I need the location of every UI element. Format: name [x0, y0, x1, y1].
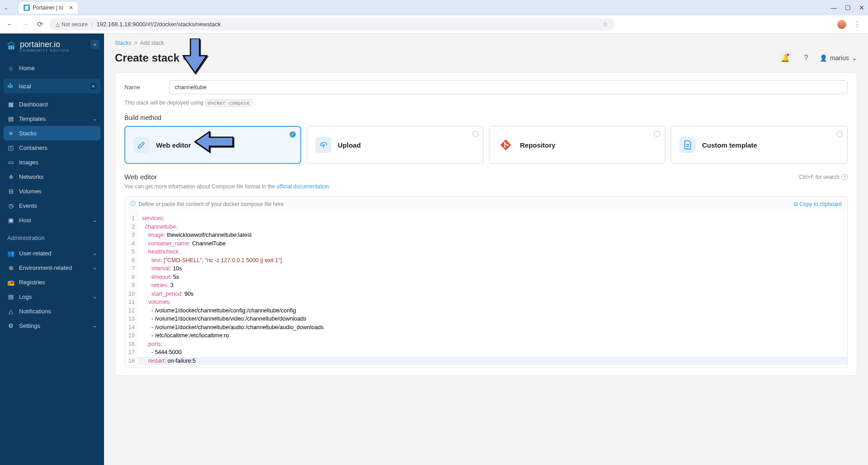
build-method-web-editor[interactable]: ✓ Web editor [124, 126, 301, 164]
minimize-icon[interactable]: — [830, 4, 837, 11]
sidebar-item-home[interactable]: ⌂ Home [0, 61, 104, 75]
refresh-icon[interactable]: ⟳ [183, 53, 190, 63]
sidebar-item-images[interactable]: ▭Images [0, 155, 104, 169]
profile-avatar-icon[interactable] [837, 20, 846, 29]
breadcrumb: Stacks > Add stack [104, 34, 868, 49]
sidebar-item-environment-related[interactable]: ⊕Environment-related⌄ [0, 260, 104, 275]
sidebar-item-host[interactable]: ▣Host⌄ [0, 213, 104, 227]
sidebar-item-stacks[interactable]: ≡Stacks [4, 126, 100, 140]
sidebar-item-dashboard[interactable]: ▦Dashboard [0, 97, 104, 111]
svg-rect-4 [13, 45, 14, 49]
svg-rect-8 [11, 85, 13, 86]
main-content: Stacks > Add stack Create stack ⟳ 🔔 ? 👤 … [104, 34, 868, 465]
sidebar-item-volumes[interactable]: ⊟Volumes [0, 184, 104, 198]
url-text: 192.168.1.18:9000/#!/2/docker/stacks/new… [96, 21, 221, 28]
chevron-down-icon: ⌄ [93, 217, 97, 223]
code-editor[interactable]: 123456789101112131415161718 services: ch… [124, 211, 848, 368]
sidebar-item-networks[interactable]: ⋔Networks [0, 169, 104, 184]
copy-to-clipboard-button[interactable]: ⧉ Copy to clipboard [794, 201, 842, 207]
images-icon: ▭ [7, 158, 14, 166]
brand-logo[interactable]: portainer.io COMMUNITY EDITION [0, 34, 104, 59]
name-label: Name [124, 84, 170, 91]
svg-rect-6 [9, 85, 11, 86]
environment-related-icon: ⊕ [7, 264, 14, 271]
window-controls: — ☐ ✕ [830, 4, 864, 11]
browser-menu-icon[interactable]: ⋮ [851, 20, 863, 29]
forward-icon[interactable]: → [20, 19, 31, 30]
dashboard-icon: ▦ [7, 101, 14, 108]
sidebar: « portainer.io COMMUNITY EDITION ⌂ Home … [0, 34, 104, 465]
chevron-down-icon: ⌄ [93, 116, 97, 122]
sidebar-environment-local[interactable]: local ✕ [4, 79, 100, 93]
code-content[interactable]: services: channeltube: image: thewicklow… [138, 211, 847, 368]
templates-icon: ▤ [7, 115, 14, 122]
events-icon: ◷ [7, 202, 14, 209]
svg-rect-3 [10, 45, 12, 49]
chevron-down-icon: ⌄ [93, 294, 97, 300]
sidebar-item-user-related[interactable]: 👥User-related⌄ [0, 246, 104, 260]
not-secure-badge: △Not secure [56, 21, 88, 28]
help-circle-icon[interactable]: ? [841, 174, 848, 180]
close-window-icon[interactable]: ✕ [859, 4, 864, 11]
sidebar-item-templates[interactable]: ▤Templates⌄ [0, 111, 104, 126]
browser-nav-bar: ← → ⟳ △Not secure | 192.168.1.18:9000/#!… [0, 15, 868, 34]
docs-link[interactable]: official documentation [276, 183, 329, 190]
host-icon: ▣ [7, 216, 14, 224]
sidebar-item-logs[interactable]: ▤Logs⌄ [0, 289, 104, 304]
user-menu[interactable]: 👤 marius ⌄ [820, 54, 857, 62]
sidebar-collapse-button[interactable]: « [90, 40, 100, 49]
build-method-repository[interactable]: Repository [489, 126, 666, 164]
sidebar-item-containers[interactable]: ◫Containers [0, 140, 104, 155]
user-related-icon: 👥 [7, 249, 14, 257]
chevron-down-icon: ⌄ [93, 323, 97, 329]
registries-icon: 📻 [7, 278, 14, 286]
radio-icon [836, 131, 843, 137]
build-method-custom-template[interactable]: Custom template [671, 126, 848, 164]
page-header: Create stack ⟳ 🔔 ? 👤 marius ⌄ [104, 49, 868, 72]
build-method-title: Build method [124, 114, 848, 121]
close-env-icon[interactable]: ✕ [90, 82, 97, 90]
favicon-icon [24, 5, 30, 11]
url-bar[interactable]: △Not secure | 192.168.1.18:9000/#!/2/doc… [49, 18, 615, 30]
radio-selected-icon: ✓ [289, 131, 296, 138]
notifications-button[interactable]: 🔔 [778, 51, 792, 65]
svg-rect-2 [9, 45, 10, 49]
help-button[interactable]: ? [799, 51, 813, 65]
volumes-icon: ⊟ [7, 187, 14, 195]
notifications-icon: △ [7, 307, 14, 315]
settings-icon: ⚙ [7, 322, 14, 329]
annotation-arrow-left [193, 131, 234, 154]
build-method-upload[interactable]: Upload [307, 126, 484, 164]
sidebar-item-registries[interactable]: 📻Registries [0, 275, 104, 289]
line-gutter: 123456789101112131415161718 [125, 211, 138, 368]
tab-dropdown-icon[interactable]: ⌄ [4, 5, 8, 11]
sidebar-item-settings[interactable]: ⚙Settings⌄ [0, 318, 104, 333]
upload-icon [315, 137, 332, 153]
sidebar-item-notifications[interactable]: △Notifications [0, 304, 104, 318]
editor-title: Web editor [124, 173, 157, 181]
sidebar-item-events[interactable]: ◷Events [0, 198, 104, 213]
deploy-note: This stack will be deployed using docker… [124, 100, 848, 106]
browser-tab-strip: ⌄ Portainer | lo ✕ — ☐ ✕ [0, 0, 868, 15]
maximize-icon[interactable]: ☐ [845, 4, 851, 11]
portainer-logo-icon [6, 41, 16, 52]
radio-icon [654, 131, 660, 137]
bookmark-star-icon[interactable]: ☆ [603, 21, 608, 28]
breadcrumb-root[interactable]: Stacks [115, 40, 131, 46]
editor-toolbar: ⓘ Define or paste the content of your do… [124, 196, 848, 211]
editor-description: You can get more information about Compo… [124, 183, 848, 190]
logs-icon: ▤ [7, 293, 14, 300]
tab-close-icon[interactable]: ✕ [69, 5, 73, 11]
browser-tab[interactable]: Portainer | lo ✕ [19, 2, 78, 14]
notification-dot-icon [787, 53, 789, 56]
help-icon: ? [804, 54, 808, 62]
reload-icon[interactable]: ⟳ [35, 18, 45, 30]
copy-icon: ⧉ [794, 201, 798, 207]
svg-rect-5 [8, 85, 9, 86]
stack-name-input[interactable] [170, 80, 848, 94]
svg-rect-1 [25, 6, 28, 10]
tab-title: Portainer | lo [33, 5, 63, 11]
breadcrumb-current: Add stack [140, 40, 164, 46]
back-icon[interactable]: ← [5, 19, 15, 30]
git-icon [498, 137, 514, 153]
